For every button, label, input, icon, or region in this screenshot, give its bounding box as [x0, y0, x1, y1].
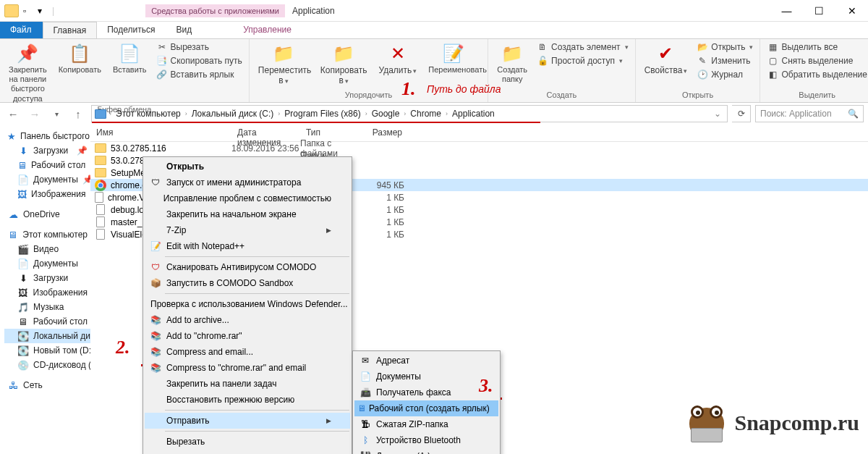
nav-back-button[interactable]: ← — [4, 105, 22, 122]
documents-icon: 📄 — [17, 258, 29, 269]
column-date[interactable]: Дата изменения — [231, 125, 300, 141]
tab-manage[interactable]: Управление — [233, 22, 302, 38]
sendto-recipient[interactable]: ✉Адресат — [354, 353, 498, 369]
nav-downloads[interactable]: ⬇Загрузки📌 — [4, 143, 90, 158]
ctx-restore[interactable]: Восстановить прежнюю версию — [145, 392, 350, 408]
tab-home[interactable]: Главная — [43, 22, 98, 38]
crumb-app[interactable]: Application — [451, 109, 496, 119]
nav-c-drive[interactable]: 💽Локальный диск (C:) — [4, 329, 90, 343]
ctx-add-rar[interactable]: 📚Add to "chrome.rar" — [145, 328, 350, 344]
ctx-cut[interactable]: Вырезать — [145, 434, 350, 450]
column-name[interactable]: Имя — [90, 125, 231, 141]
history-button[interactable]: 🕑Журнал — [694, 68, 755, 81]
nav-up-button[interactable]: ↑ — [69, 105, 87, 122]
ctx-comodo-scan[interactable]: 🛡Сканировать Антивирусом COMODO — [145, 259, 350, 275]
owl-logo-icon — [685, 403, 728, 442]
copy-to-icon: 📁 — [332, 42, 355, 65]
file-row[interactable]: 53.0.2785.11618.09.2016 23:56Папка с фай… — [90, 142, 868, 154]
select-all-button[interactable]: ▦Выделить все — [765, 41, 868, 54]
nav-music[interactable]: 🎵Музыка — [4, 300, 90, 314]
chevron-down-icon[interactable]: ⌄ — [714, 109, 724, 119]
rename-button[interactable]: 📝Переименовать — [424, 41, 483, 76]
sendto-fax[interactable]: 📠Получатель факса — [354, 384, 498, 400]
nav-this-pc[interactable]: 🖥Этот компьютер — [4, 227, 90, 242]
paste-button[interactable]: 📄Вставить — [109, 41, 151, 76]
desktop-icon: 🖥 — [17, 159, 27, 171]
pin-quick-access-button[interactable]: 📌Закрепить на панели быстрого доступа — [4, 41, 51, 105]
file-name: 53.0.2785.116 — [111, 143, 166, 154]
column-size[interactable]: Размер — [365, 125, 409, 141]
nav-documents-2[interactable]: 📄Документы — [4, 256, 90, 271]
paste-shortcut-button[interactable]: 🔗Вставить ярлык — [154, 68, 244, 81]
nav-e-drive[interactable]: 💿CD-дисковод (E:) — [4, 358, 90, 372]
move-to-button[interactable]: 📁Переместить в▾ — [254, 41, 313, 88]
qat-item-icon[interactable]: ▫ — [23, 6, 33, 16]
copy-to-button[interactable]: 📁Копировать в▾ — [316, 41, 372, 88]
select-none-button[interactable]: ▢Снять выделение — [765, 54, 868, 67]
ctx-compress-rar-email[interactable]: 📚Compress to "chrome.rar" and email — [145, 360, 350, 376]
nav-onedrive[interactable]: ☁OneDrive — [4, 207, 90, 222]
search-input[interactable]: Поиск: Application 🔍 — [755, 105, 864, 122]
open-button[interactable]: 📂Открыть▾ — [694, 41, 755, 54]
breadcrumb[interactable]: › Этот компьютер› Локальный диск (C:)› P… — [91, 105, 728, 122]
edit-button[interactable]: ✎Изменить — [694, 54, 755, 67]
nav-pictures[interactable]: 🖼Изображения📌 — [4, 187, 90, 201]
sendto-zip[interactable]: 🗜Сжатая ZIP-папка — [354, 416, 498, 432]
ctx-7zip[interactable]: 7-Zip▶ — [145, 222, 350, 238]
nav-pictures-2[interactable]: 🖼Изображения — [4, 285, 90, 300]
sendto-bluetooth[interactable]: ᛒУстройство Bluetooth — [354, 432, 498, 448]
properties-button[interactable]: ✔Свойства▾ — [640, 41, 692, 77]
new-folder-button[interactable]: 📁Создать папку — [493, 41, 532, 85]
ctx-notepad[interactable]: 📝Edit with Notepad++ — [145, 238, 350, 254]
nav-recent-button[interactable]: ▾ — [48, 105, 65, 122]
close-button[interactable]: ✕ — [835, 0, 868, 22]
ctx-pin-taskbar[interactable]: Закрепить на панели задач — [145, 376, 350, 392]
crumb-pc[interactable]: Этот компьютер — [114, 109, 182, 119]
crumb-chrome[interactable]: Chrome — [409, 109, 443, 119]
pin-icon: 📌 — [16, 42, 39, 65]
tab-file[interactable]: Файл — [0, 22, 43, 38]
copy-button[interactable]: 📋Копировать — [54, 41, 106, 76]
sendto-desktop-shortcut[interactable]: 🖥Рабочий стол (создать ярлык) — [354, 400, 498, 416]
nav-desktop[interactable]: 🖥Рабочий стол📌 — [4, 158, 90, 172]
rar-icon: 📚 — [148, 315, 163, 325]
download-icon: ⬇ — [17, 145, 29, 156]
ctx-add-archive[interactable]: 📚Add to archive... — [145, 312, 350, 328]
ctx-pin-start[interactable]: Закрепить на начальном экране — [145, 206, 350, 222]
nav-forward-button[interactable]: → — [26, 105, 43, 122]
ctx-copy[interactable]: Копировать — [145, 450, 350, 454]
nav-downloads-2[interactable]: ⬇Загрузки — [4, 271, 90, 285]
chevron-right-icon[interactable]: › — [108, 110, 113, 117]
cut-button[interactable]: ✂Вырезать — [154, 41, 244, 54]
sendto-floppy[interactable]: 💾Дисковод (A:) — [354, 448, 498, 454]
crumb-pf[interactable]: Program Files (x86) — [283, 109, 362, 119]
easy-access-button[interactable]: 🔓Простой доступ▾ — [535, 54, 631, 67]
qat-dropdown-icon[interactable]: ▾ — [38, 6, 48, 16]
copy-path-button[interactable]: 📑Скопировать путь — [154, 54, 244, 67]
ctx-open[interactable]: Открыть — [145, 159, 350, 175]
nav-network[interactable]: 🖧Сеть — [4, 378, 90, 392]
ctx-comodo-sandbox[interactable]: 📦Запустить в COMODO Sandbox — [145, 275, 350, 291]
ctx-run-as-admin[interactable]: 🛡Запуск от имени администратора — [145, 175, 350, 190]
new-item-button[interactable]: 🗎Создать элемент▾ — [535, 41, 631, 54]
nav-documents[interactable]: 📄Документы📌 — [4, 172, 90, 187]
tab-view[interactable]: Вид — [166, 22, 203, 38]
nav-d-drive[interactable]: 💽Новый том (D:) — [4, 343, 90, 358]
maximize-button[interactable]: ☐ — [803, 0, 835, 22]
tab-share[interactable]: Поделиться — [97, 22, 166, 38]
ctx-defender[interactable]: Проверка с использованием Windows Defend… — [145, 296, 350, 312]
ctx-send-to[interactable]: Отправить▶ — [145, 413, 350, 429]
crumb-google[interactable]: Google — [370, 109, 401, 119]
crumb-disk[interactable]: Локальный диск (C:) — [190, 109, 276, 119]
nav-video[interactable]: 🎬Видео — [4, 242, 90, 256]
nav-desktop-2[interactable]: 🖥Рабочий стол — [4, 314, 90, 329]
ctx-compat[interactable]: Исправление проблем с совместимостью — [145, 190, 350, 206]
sendto-documents[interactable]: 📄Документы — [354, 369, 498, 384]
refresh-button[interactable]: ⟳ — [732, 105, 751, 122]
nav-quick-access[interactable]: ★Панель быстрого дс — [4, 129, 90, 143]
delete-button[interactable]: ✕Удалить▾ — [374, 41, 421, 77]
minimize-button[interactable]: — — [770, 0, 803, 22]
invert-selection-button[interactable]: ◧Обратить выделение — [765, 68, 868, 81]
rar-icon: 📚 — [148, 331, 163, 341]
ctx-compress-email[interactable]: 📚Compress and email... — [145, 344, 350, 360]
